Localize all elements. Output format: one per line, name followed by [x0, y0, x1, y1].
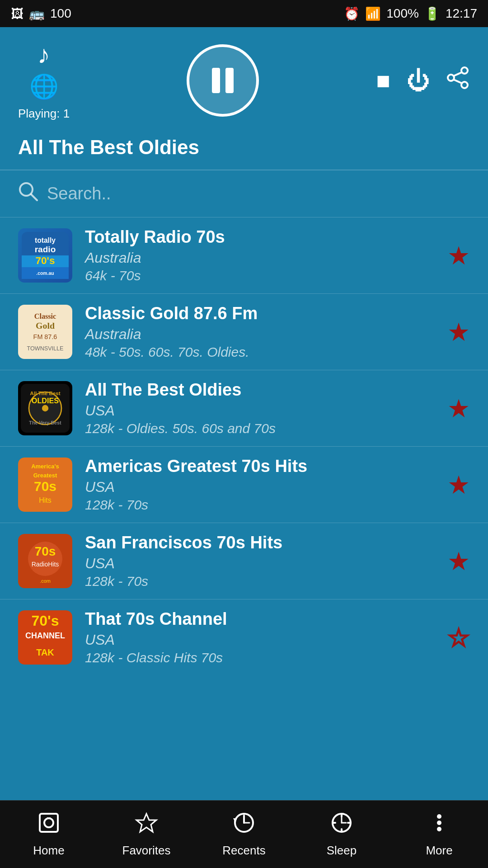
station-info: Classic Gold 87.6 Fm Australia 48k - 50s… — [85, 304, 435, 360]
pause-bar-left — [212, 68, 220, 93]
pause-button[interactable] — [187, 44, 259, 117]
nav-item-more[interactable]: More — [390, 811, 488, 858]
nav-label-favorites: Favorites — [122, 844, 171, 858]
station-country: USA — [85, 555, 435, 572]
globe-icon[interactable]: 🌐 — [29, 73, 59, 100]
svg-text:RadioHits: RadioHits — [32, 561, 59, 568]
recents-icon — [232, 811, 256, 840]
nav-label-sleep: Sleep — [327, 844, 357, 858]
favorite-star[interactable]: ★ — [447, 241, 470, 270]
list-item[interactable]: Classic Gold FM 87.6 TOWNSVILLE Classic … — [0, 293, 488, 370]
svg-text:70s: 70s — [34, 479, 56, 494]
more-icon — [427, 811, 451, 840]
svg-point-52 — [437, 814, 441, 819]
nav-item-home[interactable]: Home — [0, 811, 98, 858]
svg-text:Classic: Classic — [34, 312, 56, 321]
now-playing-section: All The Best Oldies — [0, 130, 488, 170]
svg-text:Hits: Hits — [39, 496, 52, 504]
stop-icon[interactable]: ■ — [376, 67, 390, 94]
search-bar[interactable] — [0, 170, 488, 217]
svg-point-1 — [448, 75, 454, 81]
svg-point-21 — [42, 405, 48, 411]
svg-line-4 — [454, 80, 462, 83]
pause-icon — [212, 68, 234, 93]
svg-point-53 — [437, 821, 441, 825]
svg-text:OLDIES: OLDIES — [32, 396, 59, 405]
photo-icon: 🖼 — [11, 6, 23, 21]
battery-icon: 🔋 — [424, 6, 440, 21]
sleep-icon — [330, 811, 353, 840]
header-left: ♪ 🌐 Playing: 1 — [18, 40, 70, 121]
alarm-icon: ⏰ — [344, 6, 360, 21]
svg-line-3 — [454, 72, 462, 76]
station-meta: 128k - Classic Hits 70s — [85, 650, 435, 665]
station-meta: 128k - 70s — [85, 574, 435, 589]
svg-point-54 — [437, 827, 441, 831]
svg-point-0 — [461, 67, 468, 74]
station-logo: 70s RadioHits .com — [18, 534, 72, 588]
list-item[interactable]: America's Greatest 70s Hits Americas Gre… — [0, 446, 488, 523]
svg-text:Gold: Gold — [36, 321, 55, 330]
station-info: That 70s Channel USA 128k - Classic Hits… — [85, 609, 435, 665]
svg-marker-42 — [136, 814, 156, 832]
station-meta: 48k - 50s. 60s. 70s. Oldies. — [85, 344, 435, 360]
station-info: San Franciscos 70s Hits USA 128k - 70s — [85, 533, 435, 589]
station-info: Totally Radio 70s Australia 64k - 70s — [85, 227, 435, 283]
list-item[interactable]: totally radio 70's .com.au Totally Radio… — [0, 217, 488, 293]
svg-text:70's: 70's — [32, 613, 59, 629]
search-input[interactable] — [47, 184, 470, 203]
svg-point-40 — [44, 818, 53, 827]
music-note-icon[interactable]: ♪ — [38, 40, 50, 69]
nav-label-recents: Recents — [222, 844, 265, 858]
svg-text:.com: .com — [40, 578, 51, 584]
station-meta: 128k - Oldies. 50s. 60s and 70s — [85, 421, 435, 436]
svg-point-2 — [461, 82, 468, 88]
favorite-star[interactable]: ★ — [447, 394, 470, 423]
status-left-icons: 🖼 🚌 100 — [11, 6, 71, 21]
player-header: ♪ 🌐 Playing: 1 ■ ⏻ — [0, 27, 488, 130]
list-item[interactable]: 70s RadioHits .com San Franciscos 70s Hi… — [0, 523, 488, 599]
station-country: Australia — [85, 326, 435, 343]
svg-text:FM 87.6: FM 87.6 — [33, 333, 57, 340]
favorite-star[interactable]: ★ — [447, 470, 470, 500]
svg-text:The Very Best: The Very Best — [29, 420, 61, 425]
station-logo: totally radio 70's .com.au — [18, 228, 72, 283]
share-icon[interactable] — [446, 66, 470, 95]
battery-number: 100 — [50, 6, 71, 21]
nav-item-sleep[interactable]: Sleep — [293, 811, 390, 858]
header-right: ■ ⏻ — [376, 66, 470, 95]
station-name: Totally Radio 70s — [85, 227, 435, 247]
station-list: totally radio 70's .com.au Totally Radio… — [0, 217, 488, 675]
wifi-icon: 📶 — [365, 6, 381, 21]
station-country: USA — [85, 632, 435, 648]
svg-text:All The Best: All The Best — [30, 390, 61, 396]
svg-text:70's: 70's — [36, 255, 55, 266]
status-right-icons: ⏰ 📶 100% 🔋 12:17 — [344, 6, 477, 21]
nav-item-recents[interactable]: Recents — [195, 811, 293, 858]
station-logo: All The Best OLDIES The Very Best — [18, 381, 72, 435]
favorite-star[interactable]: ★ — [447, 547, 470, 576]
station-name: That 70s Channel — [85, 609, 435, 629]
station-name: Americas Greatest 70s Hits — [85, 457, 435, 476]
station-country: USA — [85, 402, 435, 419]
favorites-icon — [135, 811, 158, 840]
nav-label-more: More — [426, 844, 452, 858]
svg-text:70s: 70s — [35, 544, 56, 558]
playing-label: Playing: 1 — [18, 107, 70, 121]
station-logo: America's Greatest 70s Hits — [18, 458, 72, 512]
favorite-star[interactable]: ☆ — [447, 623, 470, 652]
bottom-navigation: Home Favorites Recents — [0, 800, 488, 868]
svg-text:radio: radio — [35, 245, 56, 254]
station-name: All The Best Oldies — [85, 380, 435, 400]
power-icon[interactable]: ⏻ — [407, 67, 430, 94]
svg-text:.com.au: .com.au — [36, 271, 54, 276]
favorite-star[interactable]: ★ — [447, 317, 470, 347]
nav-item-favorites[interactable]: Favorites — [98, 811, 195, 858]
station-meta: 64k - 70s — [85, 268, 435, 283]
svg-line-6 — [31, 194, 37, 200]
svg-text:Greatest: Greatest — [33, 472, 57, 479]
battery-level: 100% — [386, 6, 419, 21]
list-item[interactable]: All The Best OLDIES The Very Best All Th… — [0, 370, 488, 446]
list-item[interactable]: 70's CHANNEL TAK That 70s Channel USA 12… — [0, 599, 488, 675]
station-country: USA — [85, 479, 435, 495]
